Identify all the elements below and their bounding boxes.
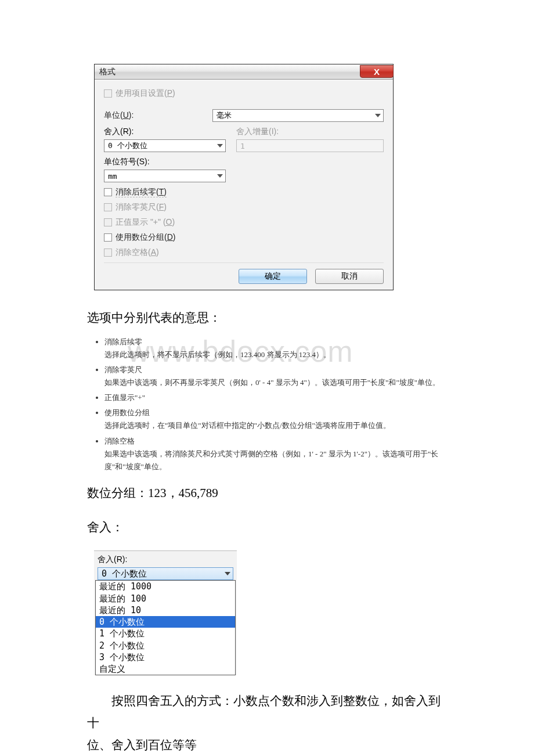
rounding-option[interactable]: 最近的 1000	[96, 581, 235, 592]
rounding-explanation: 按照四舍五入的方式：小数点个数和涉入到整数位，如舍入到十 位、舍入到百位等等	[87, 690, 447, 756]
suppress-spaces-checkbox	[104, 249, 112, 257]
ok-button[interactable]: 确定	[239, 269, 307, 284]
use-project-settings-row: 使用项目设置(P)	[104, 88, 384, 99]
unit-row: 单位(U): 毫米	[104, 109, 384, 122]
chevron-down-icon	[375, 114, 381, 117]
show-plus-label: 正值显示 "+" (O)	[116, 217, 175, 228]
digit-grouping-checkbox[interactable]	[104, 233, 112, 242]
chevron-down-icon	[225, 572, 230, 575]
use-project-settings-checkbox[interactable]	[104, 89, 112, 98]
rounding-option[interactable]: 0 个小数位	[96, 616, 235, 628]
unit-symbol-label: 单位符号(S):	[104, 157, 226, 167]
list-item: 使用数位分组选择此选项时，在"项目单位"对话框中指定的"小数点/数位分组"选项将…	[104, 406, 447, 432]
rounding-select[interactable]: 0 个小数位	[104, 139, 226, 152]
digit-grouping-label: 使用数位分组(D)	[116, 232, 175, 243]
options-heading: 选项中分别代表的意思：	[87, 307, 447, 330]
list-item: 消除空格如果选中该选项，将消除英尺和分式英寸两侧的空格（例如，1' - 2" 显…	[104, 435, 447, 473]
dialog-button-row: 确定 取消	[104, 262, 384, 284]
rounding-option[interactable]: 3 个小数位	[96, 651, 235, 663]
rounding-options-list: 最近的 1000最近的 100最近的 100 个小数位1 个小数位2 个小数位3…	[95, 580, 236, 675]
rounding-snippet-select[interactable]: 0 个小数位	[98, 567, 233, 580]
format-dialog: 格式 X 使用项目设置(P) 单位(U): 毫米	[94, 64, 394, 290]
suppress-spaces-label: 消除空格(A)	[116, 247, 159, 258]
rounding-snippet-value: 0 个小数位	[102, 568, 147, 579]
rounding-option[interactable]: 最近的 10	[96, 604, 235, 616]
cancel-button[interactable]: 取消	[315, 269, 384, 284]
rounding-heading: 舍入：	[87, 517, 447, 539]
unit-label: 单位(U):	[104, 110, 205, 121]
rounding-option[interactable]: 自定义	[96, 663, 235, 675]
rounding-value: 0 个小数位	[108, 141, 147, 151]
suppress-zero-feet-checkbox	[104, 203, 112, 211]
close-icon: X	[374, 67, 380, 77]
chevron-down-icon	[217, 144, 223, 147]
list-item: 消除后续零选择此选项时，将不显示后续零（例如，123.400 将显示为 123.…	[104, 336, 447, 361]
rounding-snippet-label: 舍入(R):	[94, 555, 237, 567]
option-explanation-list: 消除后续零选择此选项时，将不显示后续零（例如，123.400 将显示为 123.…	[87, 336, 447, 473]
unit-symbol-row: 单位符号(S): mm	[104, 157, 226, 182]
digit-grouping-example: 数位分组：123，456,789	[87, 483, 447, 505]
dialog-titlebar: 格式 X	[95, 64, 393, 80]
rounding-increment-input: 1	[236, 139, 384, 152]
suppress-zero-feet-label: 消除零英尺(F)	[116, 202, 167, 213]
unit-symbol-select[interactable]: mm	[104, 170, 226, 182]
unit-select[interactable]: 毫米	[212, 109, 384, 122]
rounding-option[interactable]: 最近的 100	[96, 593, 235, 604]
chevron-down-icon	[217, 174, 223, 178]
suppress-trailing-zeros-label: 消除后续零(T)	[116, 187, 167, 197]
close-button[interactable]: X	[360, 65, 394, 78]
unit-value: 毫米	[217, 110, 232, 121]
rounding-label: 舍入(R):	[104, 127, 226, 137]
rounding-row: 舍入(R): 0 个小数位 舍入增量(I): 1	[104, 127, 384, 152]
suppress-trailing-zeros-checkbox[interactable]	[104, 188, 112, 196]
show-plus-checkbox	[104, 218, 112, 226]
use-project-settings-label: 使用项目设置(P)	[116, 88, 175, 99]
dialog-body: 使用项目设置(P) 单位(U): 毫米 舍入(R):	[95, 80, 393, 290]
rounding-option[interactable]: 1 个小数位	[96, 628, 235, 639]
list-item: 正值显示"+"	[104, 391, 447, 404]
dialog-title: 格式	[99, 67, 116, 77]
rounding-dropdown-snippet: 舍入(R): 0 个小数位 最近的 1000最近的 100最近的 100 个小数…	[94, 550, 237, 675]
rounding-increment-label: 舍入增量(I):	[236, 127, 384, 137]
rounding-option[interactable]: 2 个小数位	[96, 640, 235, 651]
list-item: 消除零英尺如果选中该选项，则不再显示零英尺（例如，0' - 4" 显示为 4"）…	[104, 363, 447, 389]
unit-symbol-value: mm	[108, 172, 117, 181]
